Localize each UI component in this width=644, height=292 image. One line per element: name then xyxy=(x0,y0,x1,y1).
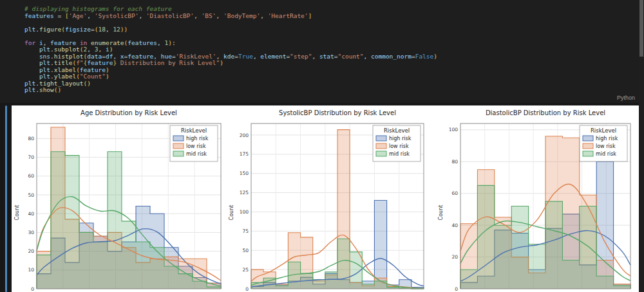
notebook-window: # displaying histograms for each feature… xyxy=(0,0,644,292)
svg-text:Count: Count xyxy=(438,205,444,221)
systolicbp-chart-svg: SystolicBP Distribution by Risk Level025… xyxy=(228,107,429,292)
svg-text:10: 10 xyxy=(28,267,34,273)
code-line: plt.figure(figsize=(18, 12)) xyxy=(24,26,437,33)
code-line: plt.tight_layout() xyxy=(24,80,437,87)
svg-text:low risk: low risk xyxy=(596,143,616,149)
svg-text:0: 0 xyxy=(455,286,458,292)
svg-text:200: 200 xyxy=(240,132,249,138)
svg-text:20: 20 xyxy=(28,248,34,254)
output-panel: Age Distribution by Risk Level0102030405… xyxy=(12,105,639,292)
svg-text:Age Distribution by Risk Level: Age Distribution by Risk Level xyxy=(80,109,177,116)
svg-text:mid risk: mid risk xyxy=(596,151,616,157)
svg-text:80: 80 xyxy=(451,159,458,165)
chart-age: Age Distribution by Risk Level0102030405… xyxy=(14,107,226,292)
age-chart-svg: Age Distribution by Risk Level0102030405… xyxy=(14,107,226,292)
svg-text:70: 70 xyxy=(28,154,34,160)
cell-language-label[interactable]: Python xyxy=(617,95,635,101)
svg-text:30: 30 xyxy=(28,230,34,235)
svg-text:40: 40 xyxy=(451,223,458,228)
svg-text:50: 50 xyxy=(242,248,249,253)
svg-text:mid risk: mid risk xyxy=(186,151,207,157)
svg-text:25: 25 xyxy=(242,267,249,273)
svg-text:20: 20 xyxy=(451,254,458,260)
svg-text:Count: Count xyxy=(14,205,20,221)
svg-text:low risk: low risk xyxy=(389,143,409,149)
diastolicbp-chart-svg: DiastolicBP Distribution by Risk Level02… xyxy=(437,107,636,292)
svg-text:150: 150 xyxy=(240,170,249,176)
code-line: plt.show() xyxy=(24,87,437,94)
svg-text:Count: Count xyxy=(229,205,234,221)
svg-text:high risk: high risk xyxy=(186,136,209,141)
svg-text:RiskLevel: RiskLevel xyxy=(181,127,207,134)
scrollbar-thumb[interactable] xyxy=(639,0,643,57)
svg-text:75: 75 xyxy=(242,228,249,234)
code-line: features = ['Age', 'SystolicBP', 'Diasto… xyxy=(24,13,437,20)
svg-text:SystolicBP Distribution by Ris: SystolicBP Distribution by Risk Level xyxy=(279,109,396,116)
svg-text:60: 60 xyxy=(28,173,34,179)
svg-text:80: 80 xyxy=(28,136,34,141)
code-cell[interactable]: # displaying histograms for each feature… xyxy=(0,0,639,103)
svg-text:100: 100 xyxy=(449,127,459,132)
svg-text:high risk: high risk xyxy=(389,136,412,141)
chart-diastolicbp: DiastolicBP Distribution by Risk Level02… xyxy=(437,107,636,292)
svg-text:mid risk: mid risk xyxy=(389,151,410,157)
svg-text:50: 50 xyxy=(28,192,34,198)
code-editor[interactable]: # displaying histograms for each feature… xyxy=(24,6,437,94)
svg-text:125: 125 xyxy=(240,190,249,196)
chart-systolicbp: SystolicBP Distribution by Risk Level025… xyxy=(228,107,429,292)
svg-text:175: 175 xyxy=(240,151,249,157)
svg-text:0: 0 xyxy=(31,286,34,292)
svg-text:RiskLevel: RiskLevel xyxy=(384,127,410,134)
svg-text:0: 0 xyxy=(245,286,249,292)
svg-text:RiskLevel: RiskLevel xyxy=(591,127,616,134)
svg-text:DiastolicBP Distribution by Ri: DiastolicBP Distribution by Risk Level xyxy=(486,109,605,116)
cell-focus-indicator xyxy=(5,105,7,292)
scrollbar[interactable] xyxy=(639,0,644,292)
svg-text:40: 40 xyxy=(28,211,34,217)
svg-text:60: 60 xyxy=(451,190,458,196)
svg-text:high risk: high risk xyxy=(596,136,618,141)
svg-text:low risk: low risk xyxy=(186,143,206,149)
svg-text:100: 100 xyxy=(240,209,249,215)
